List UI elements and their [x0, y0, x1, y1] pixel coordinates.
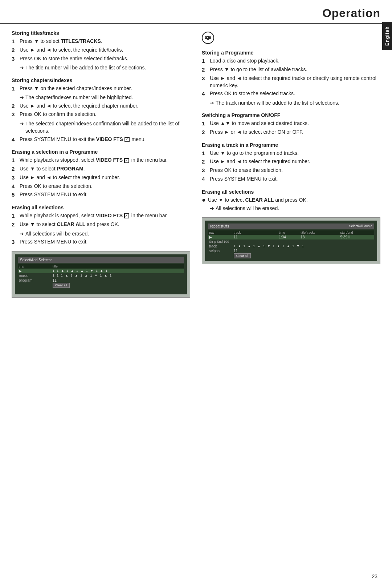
step-item: 2 Press ► or ◄ to select either ON or OF… — [202, 128, 380, 136]
checkbox-icon — [124, 158, 129, 163]
step-item: 1 Use ▲▼ to move and select desired trac… — [202, 120, 380, 128]
step-item: 4 Press SYSTEM MENU to exit. — [202, 175, 380, 183]
step-item: 2 Use ► and ◄ to select the required cha… — [12, 102, 190, 110]
steps-erasing-all-left-2: 3 Press SYSTEM MENU to exit. — [12, 238, 190, 246]
screenshot-table: chp title ▶ 1 1 ▲ 1 ▲ 1 ▲ 1 ▼ 1 ▲ 1 musi… — [18, 264, 184, 287]
step-item: 3 Use ► and ◄ to select the required tra… — [202, 74, 380, 89]
step-item: 4 Press SYSTEM MENU to exit the VIDEO FT… — [12, 136, 190, 144]
checkbox-icon — [124, 137, 130, 142]
step-item: 1 Load a disc and stop playback. — [202, 57, 380, 65]
step-item: 3 Press SYSTEM MENU to exit. — [12, 238, 190, 246]
section-title-erasing-all-left: Erasing all selections — [12, 205, 190, 210]
arrow-note: ➔ The track number will be added to the … — [210, 99, 380, 106]
page-number: 23 — [372, 573, 377, 579]
bullets-erasing-all: ● Use ▼ to select CLEAR ALL and press OK… — [202, 196, 380, 204]
checkbox-icon — [124, 213, 129, 218]
step-item: 5 Press SYSTEM MENU to exit. — [12, 191, 190, 199]
section-title-storing-programme: Storing a Programme — [202, 50, 380, 56]
clear-all-btn-right: Clear all — [234, 253, 251, 258]
section-title-erasing-selection: Erasing a selection in a Programme — [12, 149, 190, 155]
screenshot-inner-right: repeatstuffs Select/All Music pay track … — [205, 221, 377, 261]
step-item: 2 Use ▼ to select CLEAR ALL and press OK… — [12, 221, 190, 229]
cd-icon: CD — [202, 32, 214, 44]
step-item: 4 Press OK to store the selected tracks. — [202, 90, 380, 98]
section-title-storing-titles: Storing titles/tracks — [12, 30, 190, 36]
step-item: 2 Use ► and ◄ to select the required num… — [202, 158, 380, 166]
steps-storing-chapters-3: 4 Press SYSTEM MENU to exit the VIDEO FT… — [12, 136, 190, 144]
steps-storing-chapters-2: 2 Use ► and ◄ to select the required cha… — [12, 102, 190, 119]
left-column: Storing titles/tracks 1 Press ▼ to selec… — [12, 30, 190, 298]
arrow-note: ➔ All selections will be erased. — [210, 205, 380, 212]
step-item: 2 Use ▼ to select PROGRAM. — [12, 165, 190, 173]
arrow-note: ➔ The selected chapter/indexes confirmat… — [20, 120, 190, 135]
steps-storing-chapters: 1 Press ▼ on the selected chapter/indexe… — [12, 85, 190, 93]
cd-icon-wrap: CD — [202, 32, 380, 44]
step-item: 3 Use ► and ◄ to select the required num… — [12, 174, 190, 182]
steps-erasing-selection: 1 While playback is stopped, select VIDE… — [12, 156, 190, 199]
steps-erasing-all-left: 1 While playback is stopped, select VIDE… — [12, 212, 190, 229]
screenshot-titlebar-right: repeatstuffs Select/All Music — [208, 223, 374, 229]
arrow-note: ➔ The title number will be added to the … — [20, 64, 190, 71]
screenshot-titlebar: Select/Add Selector — [18, 257, 184, 263]
step-item: 4 Press OK to erase the selection. — [12, 182, 190, 190]
step-item: 2 Press ▼ to go to the list of available… — [202, 66, 380, 74]
step-item: 2 Use ► and ◄ to select the require titl… — [12, 46, 190, 54]
steps-erasing-track: 1 Use ▼ to go to the programmed tracks. … — [202, 149, 380, 183]
step-item: 3 Press OK to store the entire selected … — [12, 55, 190, 63]
step-item: 1 Press ▼ to select TITLES/TRACKS. — [12, 37, 190, 45]
steps-storing-titles: 1 Press ▼ to select TITLES/TRACKS. 2 Use… — [12, 37, 190, 63]
section-title-storing-chapters: Storing chapters/indexes — [12, 77, 190, 83]
section-title-switching-programme: Switching a Programme ON/OFF — [202, 112, 380, 118]
step-item: 1 While playback is stopped, select VIDE… — [12, 212, 190, 220]
step-item: 1 Press ▼ on the selected chapter/indexe… — [12, 85, 190, 93]
screenshot-table-right: pay track time title/tracks start/end ▶ … — [208, 230, 374, 258]
section-title-erasing-track: Erasing a track in a Programme — [202, 142, 380, 148]
main-content: Storing titles/tracks 1 Press ▼ to selec… — [0, 24, 392, 304]
screenshot-inner-left: Select/Add Selector chp title ▶ 1 1 ▲ 1 … — [15, 254, 187, 294]
step-item: 3 Press OK to erase the selection. — [202, 166, 380, 174]
screenshot-right: repeatstuffs Select/All Music pay track … — [202, 217, 380, 264]
clear-all-btn: Clear all — [53, 283, 70, 288]
step-item: 1 While playback is stopped, select VIDE… — [12, 156, 190, 164]
bullet-item: ● Use ▼ to select CLEAR ALL and press OK… — [202, 196, 380, 204]
arrow-note: ➔ All selections will be erased. — [20, 230, 190, 237]
right-column: CD Storing a Programme 1 Load a disc and… — [202, 30, 380, 298]
step-item: 3 Press OK to confirm the selection. — [12, 110, 190, 118]
steps-switching-programme: 1 Use ▲▼ to move and select desired trac… — [202, 120, 380, 136]
arrow-note: ➔ The chapter/indexes number will be hig… — [20, 94, 190, 101]
step-item: 1 Use ▼ to go to the programmed tracks. — [202, 149, 380, 157]
section-title-erasing-all-right: Erasing all selections — [202, 189, 380, 195]
page-header: Operation — [0, 0, 392, 24]
language-tab: English — [382, 22, 392, 50]
screenshot-left: Select/Add Selector chp title ▶ 1 1 ▲ 1 … — [12, 251, 190, 298]
page-title: Operation — [322, 7, 380, 20]
steps-storing-programme: 1 Load a disc and stop playback. 2 Press… — [202, 57, 380, 98]
